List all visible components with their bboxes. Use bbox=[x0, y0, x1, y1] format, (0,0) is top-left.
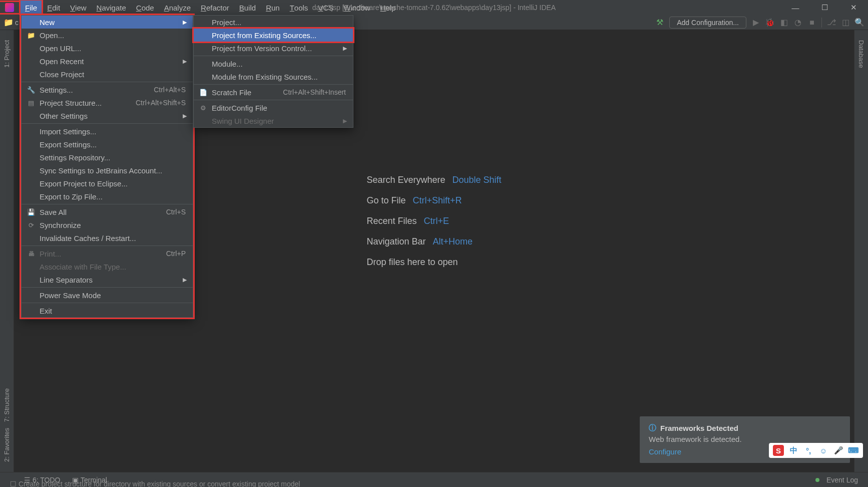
new-submenu-item-module-from-existing-sources[interactable]: Module from Existing Sources... bbox=[194, 70, 353, 83]
folder-icon: 📁 bbox=[27, 31, 36, 40]
file-menu-item-export-to-zip-file[interactable]: Export to Zip File... bbox=[22, 190, 193, 203]
file-menu-item-export-project-to-eclipse[interactable]: Export Project to Eclipse... bbox=[22, 177, 193, 190]
file-menu-item-synchronize[interactable]: ⟳Synchronize bbox=[22, 218, 193, 231]
file-menu-item-power-save-mode[interactable]: Power Save Mode bbox=[22, 289, 193, 302]
menu-item-label: Module from Existing Sources... bbox=[212, 73, 318, 81]
file-menu-item-settings-repository[interactable]: Settings Repository... bbox=[22, 151, 193, 164]
search-icon[interactable]: 🔍 bbox=[855, 18, 864, 27]
file-menu-item-exit[interactable]: Exit bbox=[22, 304, 193, 317]
menu-item-shortcut: Ctrl+S bbox=[166, 208, 186, 216]
sync-icon: ⟳ bbox=[27, 220, 36, 229]
chevron-right-icon: ▶ bbox=[183, 113, 187, 119]
menu-item-label: Open Recent bbox=[40, 57, 84, 66]
maximize-button[interactable]: ☐ bbox=[810, 0, 839, 15]
ime-face-icon[interactable]: ☺ bbox=[818, 445, 829, 456]
welcome-row: Go to FileCtrl+Shift+R bbox=[366, 195, 501, 206]
menu-analyze[interactable]: Analyze bbox=[159, 0, 196, 15]
profiler-icon[interactable]: ◔ bbox=[793, 18, 802, 27]
file-menu-item-other-settings[interactable]: Other Settings▶ bbox=[22, 109, 193, 122]
file-menu-item-close-project[interactable]: Close Project bbox=[22, 68, 193, 81]
scratch-icon: 📄 bbox=[199, 88, 208, 97]
tab-database[interactable]: Database bbox=[857, 40, 865, 68]
file-menu-item-sync-settings-to-jetbrains-account[interactable]: Sync Settings to JetBrains Account... bbox=[22, 164, 193, 177]
notif-body: Web framework is detected. bbox=[649, 435, 841, 443]
welcome-label: Recent Files bbox=[366, 216, 416, 226]
menu-code[interactable]: Code bbox=[131, 0, 159, 15]
ime-lang-icon[interactable]: 中 bbox=[788, 445, 799, 456]
new-submenu-item-project[interactable]: Project... bbox=[194, 16, 353, 29]
menu-tools[interactable]: Tools bbox=[285, 0, 313, 15]
menu-item-shortcut: Ctrl+Alt+S bbox=[154, 86, 186, 94]
welcome-shortcut: Ctrl+Shift+R bbox=[412, 195, 462, 206]
menu-view[interactable]: View bbox=[65, 0, 92, 15]
menu-item-label: Synchronize bbox=[40, 221, 81, 229]
menu-item-label: Close Project bbox=[40, 70, 84, 79]
tab-structure[interactable]: 7: Structure bbox=[3, 388, 11, 422]
welcome-label: Go to File bbox=[366, 195, 405, 206]
menu-build[interactable]: Build bbox=[234, 0, 261, 15]
wrench-icon: 🔧 bbox=[27, 85, 36, 94]
menu-run[interactable]: Run bbox=[261, 0, 285, 15]
tab-favorites[interactable]: 2: Favorites bbox=[3, 428, 11, 462]
file-menu-item-settings[interactable]: 🔧Settings...Ctrl+Alt+S bbox=[22, 83, 193, 96]
split-icon[interactable]: ◫ bbox=[841, 18, 850, 27]
minimize-button[interactable]: — bbox=[781, 0, 810, 15]
welcome-row: Navigation BarAlt+Home bbox=[366, 236, 501, 247]
gear-icon: ⚙ bbox=[199, 103, 208, 112]
menu-item-label: Print... bbox=[40, 250, 61, 258]
new-submenu-item-project-from-version-control[interactable]: Project from Version Control...▶ bbox=[194, 42, 353, 55]
file-menu-item-invalidate-caches-restart[interactable]: Invalidate Caches / Restart... bbox=[22, 231, 193, 245]
new-submenu-item-module[interactable]: Module... bbox=[194, 57, 353, 70]
breadcrumb-partial: c bbox=[15, 19, 19, 27]
stop-icon[interactable]: ■ bbox=[807, 18, 816, 27]
notif-configure-link[interactable]: Configure bbox=[649, 447, 681, 456]
welcome-label: Search Everywhere bbox=[366, 175, 445, 185]
ime-keyboard-icon[interactable]: ⌨ bbox=[848, 445, 859, 456]
menu-file[interactable]: File bbox=[20, 0, 42, 15]
menu-item-label: EditorConfig File bbox=[212, 104, 267, 112]
ime-mic-icon[interactable]: 🎤 bbox=[833, 445, 844, 456]
file-menu-item-export-settings[interactable]: Export Settings... bbox=[22, 138, 193, 151]
file-menu-item-new[interactable]: New▶ bbox=[22, 16, 193, 29]
folder-icon[interactable]: 📁 bbox=[4, 18, 13, 27]
welcome-shortcut: Double Shift bbox=[453, 175, 502, 185]
new-submenu-item-project-from-existing-sources[interactable]: Project from Existing Sources... bbox=[194, 29, 353, 42]
file-menu-item-line-separators[interactable]: Line Separators▶ bbox=[22, 273, 193, 286]
tab-project[interactable]: 1: Project bbox=[3, 40, 11, 68]
menu-item-label: Export to Zip File... bbox=[40, 192, 103, 201]
file-menu-item-import-settings[interactable]: Import Settings... bbox=[22, 125, 193, 138]
run-icon[interactable]: ▶ bbox=[751, 18, 760, 27]
window-controls: — ☐ ✕ bbox=[781, 0, 868, 15]
print-icon: 🖶 bbox=[27, 249, 36, 258]
menu-item-label: Import Settings... bbox=[40, 127, 96, 136]
file-menu-item-open[interactable]: 📁Open... bbox=[22, 29, 193, 42]
menu-item-shortcut: Ctrl+Alt+Shift+S bbox=[136, 99, 186, 107]
menu-item-label: Save All bbox=[40, 208, 67, 216]
coverage-icon[interactable]: ◧ bbox=[779, 18, 788, 27]
menu-item-label: Export Settings... bbox=[40, 140, 97, 149]
menu-item-label: Invalidate Caches / Restart... bbox=[40, 234, 136, 242]
menu-item-label: Associate with File Type... bbox=[40, 263, 126, 271]
menu-item-shortcut: Ctrl+Alt+Shift+Insert bbox=[283, 88, 346, 96]
menu-edit[interactable]: Edit bbox=[42, 0, 65, 15]
file-menu-item-open-recent[interactable]: Open Recent▶ bbox=[22, 55, 193, 68]
add-config-button[interactable]: Add Configuration... bbox=[669, 17, 746, 29]
file-menu-item-save-all[interactable]: 💾Save AllCtrl+S bbox=[22, 205, 193, 218]
ime-punct-icon[interactable]: °, bbox=[803, 445, 814, 456]
hammer-icon[interactable]: ⚒ bbox=[655, 18, 664, 27]
new-submenu-item-scratch-file[interactable]: 📄Scratch FileCtrl+Alt+Shift+Insert bbox=[194, 86, 353, 99]
menu-refactor[interactable]: Refactor bbox=[196, 0, 234, 15]
file-menu-item-open-url[interactable]: Open URL... bbox=[22, 42, 193, 55]
welcome-shortcut: Alt+Home bbox=[433, 236, 473, 247]
git-icon[interactable]: ⎇ bbox=[827, 18, 836, 27]
file-menu-item-project-structure[interactable]: ▤Project Structure...Ctrl+Alt+Shift+S bbox=[22, 96, 193, 109]
welcome-shortcut: Ctrl+E bbox=[423, 216, 449, 226]
debug-icon[interactable]: 🐞 bbox=[765, 18, 774, 27]
new-submenu-item-editorconfig-file[interactable]: ⚙EditorConfig File bbox=[194, 101, 353, 114]
close-button[interactable]: ✕ bbox=[839, 0, 868, 15]
window-title: day13jsp [E:\software\apache-tomcat-7.0.… bbox=[312, 4, 556, 12]
ime-bar[interactable]: S 中 °, ☺ 🎤 ⌨ bbox=[769, 443, 863, 458]
status-event-log[interactable]: Event Log bbox=[826, 476, 858, 484]
menu-navigate[interactable]: Navigate bbox=[92, 0, 131, 15]
menu-item-label: New bbox=[40, 18, 55, 27]
